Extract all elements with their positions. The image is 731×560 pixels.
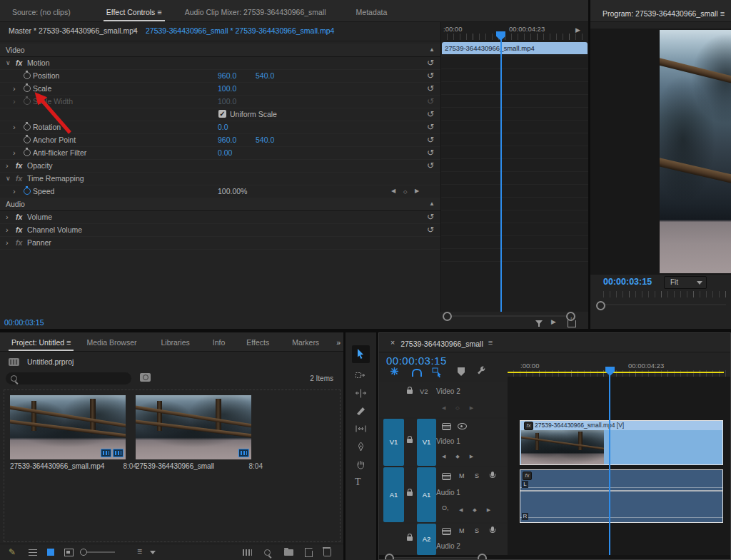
master-clip-label[interactable]: Master * 27539-364430966_small.mp4 bbox=[9, 26, 138, 35]
chevron-right-icon[interactable]: › bbox=[13, 121, 16, 133]
ec-row-motion[interactable]: ∨ fx Motion ↺ bbox=[0, 56, 440, 70]
timeline-lanes[interactable] bbox=[508, 377, 731, 555]
lock-icon[interactable] bbox=[407, 492, 413, 496]
tab-libraries[interactable]: Libraries bbox=[158, 338, 193, 351]
project-item-sequence[interactable]: 27539-364430966_small 8:04 bbox=[136, 395, 251, 459]
ec-row-channel-volume[interactable]: › fx Channel Volume ↺ bbox=[0, 223, 440, 237]
collapse-icon[interactable]: ▲ bbox=[429, 198, 435, 210]
tab-media-browser[interactable]: Media Browser bbox=[84, 338, 139, 351]
zoom-slider-handle[interactable] bbox=[80, 549, 87, 556]
lock-icon[interactable] bbox=[407, 439, 413, 443]
ec-row-opacity[interactable]: › fx Opacity ↺ bbox=[0, 159, 440, 173]
chevron-right-icon[interactable]: › bbox=[6, 236, 9, 249]
mute-button[interactable]: M bbox=[459, 472, 465, 479]
track-name[interactable]: Audio 1 bbox=[436, 489, 460, 497]
chevron-down-icon[interactable]: ∨ bbox=[6, 172, 11, 185]
stopwatch-icon[interactable] bbox=[24, 72, 31, 79]
chevron-down-icon[interactable] bbox=[150, 551, 156, 554]
lock-icon[interactable] bbox=[407, 536, 413, 541]
icon-view-icon[interactable] bbox=[47, 549, 54, 556]
voiceover-mic-icon[interactable] bbox=[491, 526, 494, 531]
new-bin-icon[interactable] bbox=[284, 549, 293, 556]
tab-metadata[interactable]: Metadata bbox=[353, 8, 390, 21]
snap-magnet-icon[interactable] bbox=[412, 369, 422, 377]
export-icon[interactable] bbox=[568, 320, 576, 327]
ec-row-speed[interactable]: › Speed 100.00% ◀ ◇ ▶ bbox=[0, 185, 440, 198]
value-x[interactable]: 960.0 bbox=[218, 69, 236, 82]
ripple-edit-tool[interactable] bbox=[355, 387, 367, 399]
selection-tool[interactable] bbox=[355, 348, 367, 360]
fx-icon[interactable]: fx bbox=[16, 56, 22, 69]
panel-menu-icon[interactable]: ≡ bbox=[157, 8, 161, 16]
mute-button[interactable]: M bbox=[459, 527, 465, 534]
ec-playhead-line[interactable] bbox=[500, 36, 502, 312]
chevron-down-icon[interactable]: ∨ bbox=[133, 26, 138, 34]
close-tab-icon[interactable]: × bbox=[388, 338, 398, 352]
program-zoom-select[interactable]: Fit bbox=[664, 276, 707, 289]
solo-button[interactable]: S bbox=[475, 472, 479, 479]
ec-row-rotation[interactable]: › Rotation 0.0 ↺ bbox=[0, 121, 440, 134]
stopwatch-icon[interactable] bbox=[24, 149, 31, 156]
ec-row-uniform-scale[interactable]: ✓ Uniform Scale ↺ bbox=[0, 108, 440, 121]
reset-icon[interactable]: ↺ bbox=[427, 121, 434, 133]
reset-icon[interactable]: ↺ bbox=[427, 223, 434, 236]
program-timecode[interactable]: 00:00:03:15 bbox=[603, 277, 652, 287]
chevron-right-icon[interactable]: › bbox=[13, 146, 16, 159]
new-item-icon[interactable] bbox=[305, 548, 313, 557]
scrollbar-handle[interactable] bbox=[596, 301, 605, 310]
play-icon[interactable]: ▶ bbox=[575, 26, 580, 34]
play-around-icon[interactable]: ▶ bbox=[551, 318, 556, 325]
item-name[interactable]: 27539-364430966_small.mp4 bbox=[10, 462, 104, 470]
ec-row-time-remapping[interactable]: ∨ fx Time Remapping bbox=[0, 172, 440, 185]
stopwatch-icon[interactable] bbox=[24, 123, 31, 131]
stopwatch-icon[interactable] bbox=[24, 136, 31, 143]
chevron-right-icon[interactable]: › bbox=[13, 82, 16, 95]
stopwatch-icon[interactable] bbox=[24, 85, 31, 92]
timeline-timecode[interactable]: 00:00:03:15 bbox=[386, 355, 447, 367]
sequence-badge-icon[interactable] bbox=[238, 449, 249, 457]
value[interactable]: 100.00% bbox=[218, 185, 247, 198]
prev-keyframe-icon[interactable]: ◀ bbox=[391, 185, 398, 198]
project-item-video[interactable]: 27539-364430966_small.mp4 8:04 bbox=[10, 395, 126, 459]
razor-tool[interactable] bbox=[355, 405, 367, 417]
search-input[interactable] bbox=[21, 373, 128, 384]
tab-effects[interactable]: Effects bbox=[243, 338, 272, 351]
work-area-bar[interactable] bbox=[508, 372, 724, 373]
reset-icon[interactable]: ↺ bbox=[427, 159, 434, 172]
track-header-a2[interactable]: A2 M S Audio 2 bbox=[379, 524, 507, 555]
track-options-icon[interactable] bbox=[442, 423, 451, 430]
item-name[interactable]: 27539-364430966_small bbox=[136, 462, 214, 470]
ec-ruler-ticks[interactable] bbox=[441, 34, 588, 40]
program-video-area[interactable] bbox=[590, 29, 731, 275]
tab-source[interactable]: Source: (no clips) bbox=[9, 8, 74, 21]
ec-timecode[interactable]: 00:00:03:15 bbox=[4, 318, 44, 327]
tab-project[interactable]: Project: Untitled ≡ bbox=[9, 338, 74, 351]
value[interactable]: 0.0 bbox=[218, 121, 228, 133]
ec-row-volume[interactable]: › fx Volume ↺ bbox=[0, 210, 440, 224]
hand-tool[interactable] bbox=[355, 459, 367, 471]
audio-badge-icon[interactable] bbox=[113, 449, 123, 457]
add-marker-icon[interactable] bbox=[458, 367, 465, 376]
track-select-forward-tool[interactable] bbox=[355, 370, 367, 382]
find-icon[interactable] bbox=[264, 549, 271, 556]
search-box[interactable] bbox=[6, 372, 131, 385]
panel-menu-icon[interactable]: ≡ bbox=[66, 338, 71, 347]
reset-icon[interactable]: ↺ bbox=[427, 146, 434, 159]
ec-section-video[interactable]: Video ▲ bbox=[0, 44, 440, 57]
target-track-a1[interactable]: A1 bbox=[417, 467, 436, 522]
track-target-v2[interactable]: V2 bbox=[420, 387, 428, 395]
reset-icon[interactable]: ↺ bbox=[427, 133, 434, 146]
delete-trash-icon[interactable] bbox=[323, 549, 331, 556]
reset-icon[interactable]: ↺ bbox=[427, 69, 434, 82]
ec-row-panner[interactable]: › fx Panner bbox=[0, 236, 440, 250]
scrollbar-handle-left[interactable] bbox=[385, 554, 394, 560]
reset-icon[interactable]: ↺ bbox=[427, 82, 434, 95]
pen-tool[interactable] bbox=[355, 441, 367, 453]
target-track-a2[interactable]: A2 bbox=[417, 524, 436, 555]
fx-icon[interactable]: fx bbox=[16, 210, 22, 223]
track-name[interactable]: Video 2 bbox=[436, 387, 460, 395]
solo-button[interactable]: S bbox=[475, 527, 479, 534]
freeform-view-icon[interactable] bbox=[64, 549, 74, 556]
tab-info[interactable]: Info bbox=[210, 338, 228, 351]
chevron-down-icon[interactable]: ∨ bbox=[6, 56, 11, 69]
